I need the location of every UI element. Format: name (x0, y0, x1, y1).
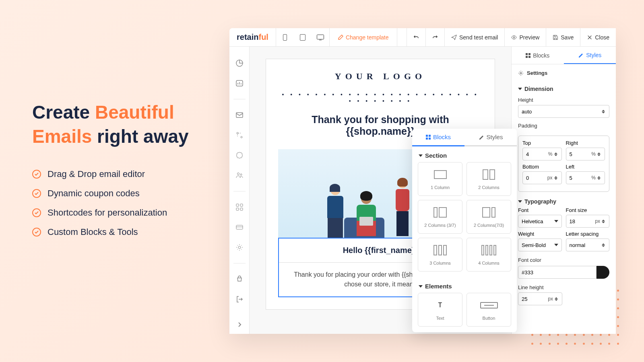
undo-button[interactable] (407, 28, 425, 46)
font-select[interactable]: Helvetica (518, 215, 562, 228)
block-3columns[interactable]: 3 Columns (418, 238, 462, 272)
padding-left-input[interactable]: % (566, 171, 605, 184)
expand-icon[interactable] (235, 320, 244, 329)
heading-text: Section (425, 152, 447, 159)
input[interactable] (570, 175, 590, 181)
tab-blocks[interactable]: Blocks (412, 129, 464, 146)
cart-icon[interactable] (235, 275, 244, 284)
block-1column[interactable]: 1 Column (418, 162, 462, 196)
input[interactable] (570, 151, 590, 157)
dashboard-icon[interactable] (235, 59, 244, 68)
input[interactable] (526, 175, 546, 181)
stepper-icon[interactable] (554, 152, 558, 156)
billing-icon[interactable] (235, 223, 244, 232)
block-2columns-73[interactable]: 2 Columns(7/3) (466, 200, 511, 234)
block-2columns[interactable]: 2 Columns (466, 162, 511, 196)
stepper-icon[interactable] (602, 110, 606, 113)
block-button[interactable]: Button (466, 293, 511, 327)
input[interactable] (522, 296, 546, 302)
input[interactable] (526, 151, 547, 157)
block-4columns[interactable]: 4 Columns (466, 238, 511, 272)
coupon-icon[interactable] (235, 151, 244, 160)
brand-logo: retainful (229, 28, 276, 46)
check-icon (32, 170, 41, 179)
lineheight-input[interactable]: px (518, 292, 562, 305)
unit: % (591, 151, 596, 157)
check-icon (32, 208, 41, 217)
email-logo[interactable]: YOUR LOGO (278, 71, 483, 82)
input[interactable] (570, 242, 601, 248)
automation-icon[interactable] (235, 131, 244, 140)
unit: px (547, 175, 553, 181)
mobile-icon[interactable] (276, 28, 294, 46)
input[interactable] (570, 218, 594, 224)
desktop-icon[interactable] (312, 28, 329, 46)
svg-point-3 (514, 37, 515, 38)
field-label: Letter spacing (566, 231, 610, 237)
stepper-icon[interactable] (597, 176, 601, 180)
apps-icon[interactable] (235, 203, 244, 212)
feature-item: Dynamic coupon codes (32, 188, 209, 199)
referral-icon[interactable] (235, 171, 244, 180)
stepper-icon[interactable] (555, 297, 559, 301)
button-label: Change template (346, 34, 389, 41)
padding-bottom-input[interactable]: px (522, 171, 562, 184)
logout-icon[interactable] (235, 295, 244, 304)
email-icon[interactable] (235, 111, 244, 119)
card-label: 3 Columns (421, 261, 459, 265)
block-text[interactable]: TText (418, 293, 462, 327)
feature-text: Custom Blocks & Tools (47, 227, 138, 237)
button-label: Save (561, 34, 574, 41)
field-label: Font (518, 207, 562, 213)
padding-top-input[interactable]: % (522, 148, 562, 160)
block-2columns-37[interactable]: 2 Columns (3/7) (418, 200, 462, 234)
chevron-down-icon (554, 220, 558, 222)
device-switcher (276, 28, 330, 46)
typography-heading[interactable]: Typography (512, 194, 616, 207)
weight-select[interactable]: Semi-Bold (518, 239, 562, 251)
stepper-icon[interactable] (602, 220, 606, 223)
tab-styles[interactable]: Styles (464, 129, 517, 146)
tab-styles[interactable]: Styles (564, 47, 616, 64)
svg-rect-16 (526, 53, 528, 55)
tab-blocks[interactable]: Blocks (512, 47, 564, 64)
elements-heading[interactable]: Elements (412, 277, 517, 293)
save-button[interactable]: Save (546, 28, 580, 46)
analytics-icon[interactable] (235, 79, 244, 88)
fontsize-input[interactable]: px (566, 215, 610, 228)
feature-item: Custom Blocks & Tools (32, 227, 209, 237)
feature-text: Drag & Drop email editor (47, 169, 145, 179)
input[interactable] (522, 269, 593, 276)
padding-box: Top% Right% Bottompx Left% (518, 136, 609, 192)
dimension-heading[interactable]: Dimension (512, 82, 616, 95)
hero-heading: Create Beautiful Emails right away (32, 101, 209, 149)
redo-button[interactable] (425, 28, 444, 46)
tab-label: Blocks (533, 52, 549, 59)
color-input[interactable] (518, 266, 597, 279)
heading-text: Elements (425, 283, 452, 290)
svg-point-20 (520, 72, 522, 74)
preview-button[interactable]: Preview (504, 28, 546, 46)
heading-text: Typography (524, 198, 556, 205)
padding-right-input[interactable]: % (566, 148, 605, 160)
stepper-icon[interactable] (597, 152, 601, 156)
letterspacing-input[interactable] (566, 239, 610, 251)
send-test-button[interactable]: Send test email (444, 28, 505, 46)
change-template-button[interactable]: Change template (330, 28, 397, 46)
logo-text: ful (258, 33, 268, 42)
input[interactable] (522, 109, 600, 115)
height-input[interactable] (518, 105, 609, 118)
stepper-icon[interactable] (554, 176, 558, 180)
close-button[interactable]: Close (580, 28, 616, 46)
hero-text: Create Beautiful Emails right away Drag … (32, 101, 209, 246)
tablet-icon[interactable] (294, 28, 312, 46)
settings-icon[interactable] (235, 243, 244, 252)
color-swatch[interactable] (597, 266, 609, 279)
card-label: 1 Column (421, 185, 459, 190)
section-heading[interactable]: Section (412, 146, 517, 162)
button-label: Preview (519, 34, 539, 41)
stepper-icon[interactable] (602, 243, 606, 247)
svg-rect-13 (240, 208, 243, 210)
unit: % (548, 151, 553, 157)
svg-rect-18 (526, 56, 528, 58)
